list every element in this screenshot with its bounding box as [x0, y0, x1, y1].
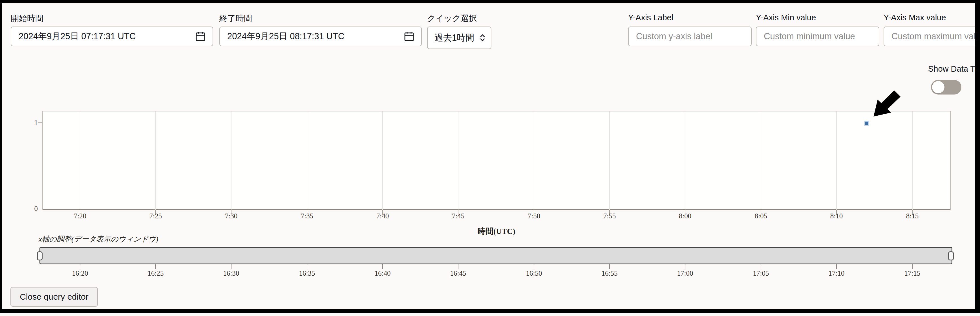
slider-tick — [760, 264, 761, 269]
slider-tick — [307, 264, 307, 269]
gridline — [760, 112, 761, 210]
x-tick-label: 7:30 — [214, 212, 248, 220]
gridline — [609, 112, 610, 210]
start-time-label: 開始時間 — [11, 13, 43, 24]
cursor-arrow-icon — [870, 86, 905, 120]
slider-tick — [458, 264, 458, 269]
screenshot-border — [975, 0, 980, 313]
gridline — [912, 112, 913, 210]
chart-plot-area[interactable] — [42, 111, 951, 210]
quick-select-dropdown[interactable]: 過去1時間 — [427, 27, 492, 49]
gridline — [836, 112, 837, 210]
slider-tick-label: 17:05 — [743, 270, 779, 277]
slider-tick — [534, 264, 534, 269]
y-axis-min-input[interactable] — [756, 27, 879, 46]
gridline — [231, 112, 231, 210]
calendar-icon[interactable] — [403, 30, 415, 43]
y-tick-label: 0 — [21, 205, 38, 213]
slider-tick-label: 16:50 — [515, 270, 552, 277]
x-tick-label: 8:05 — [744, 212, 778, 220]
slider-tick-label: 16:45 — [440, 270, 476, 277]
x-tick-label: 7:20 — [63, 212, 97, 220]
gridline — [155, 112, 156, 210]
x-tick-label: 7:40 — [366, 212, 399, 220]
slider-tick — [836, 264, 837, 269]
slider-tick — [231, 264, 231, 269]
y-tick-label: 1 — [21, 119, 38, 127]
gridline — [80, 112, 80, 210]
slider-tick-label: 17:15 — [894, 270, 931, 277]
quick-select-label: クイック選択 — [427, 13, 477, 24]
x-axis-title: 時間(UTC) — [454, 226, 539, 237]
chevron-up-down-icon — [479, 32, 486, 44]
show-data-table-toggle[interactable] — [931, 80, 961, 94]
start-time-input[interactable] — [11, 27, 213, 46]
show-data-table-label: Show Data Table — [928, 64, 980, 73]
slider-tick — [685, 264, 686, 269]
gridline — [458, 112, 458, 210]
close-query-editor-label: Close query editor — [20, 292, 88, 302]
screenshot-border — [0, 0, 980, 3]
data-point-marker[interactable] — [865, 121, 869, 125]
gridline — [534, 112, 534, 210]
slider-tick-label: 16:25 — [137, 270, 174, 277]
x-axis-adjust-label: x軸の調整(データ表示のウィンドウ) — [39, 234, 158, 244]
x-tick-label: 7:55 — [593, 212, 627, 220]
slider-tick — [155, 264, 156, 269]
gridline — [685, 112, 686, 210]
y-axis-label-label: Y-Axis Label — [628, 13, 673, 22]
end-time-input[interactable] — [220, 27, 422, 46]
slider-tick-label: 16:30 — [213, 270, 250, 277]
slider-tick — [912, 264, 913, 269]
x-tick-label: 8:00 — [668, 212, 702, 220]
slider-tick — [80, 264, 80, 269]
x-tick-label: 7:25 — [139, 212, 173, 220]
x-tick-label: 8:10 — [819, 212, 853, 220]
close-query-editor-button[interactable]: Close query editor — [10, 287, 98, 307]
slider-handle-right[interactable] — [948, 251, 954, 260]
y-axis-max-input[interactable] — [884, 27, 980, 46]
slider-tick-label: 16:20 — [62, 270, 99, 277]
gridline — [307, 112, 307, 210]
x-tick-label: 7:50 — [517, 212, 551, 220]
slider-tick-label: 17:10 — [818, 270, 855, 277]
query-editor-panel: 開始時間 終了時間 クイック選択 過去1時間 Y-Axis Label Y-Ax… — [0, 0, 980, 316]
screenshot-border — [0, 309, 980, 313]
end-time-label: 終了時間 — [220, 13, 252, 24]
gridline — [382, 112, 383, 210]
x-tick-label: 8:15 — [896, 212, 929, 220]
x-tick-label: 7:45 — [441, 212, 475, 220]
toggle-knob — [932, 81, 945, 93]
slider-tick — [609, 264, 610, 269]
x-tick-label: 7:35 — [290, 212, 324, 220]
slider-handle-left[interactable] — [37, 251, 43, 260]
slider-tick-label: 17:00 — [667, 270, 703, 277]
calendar-icon[interactable] — [194, 30, 206, 43]
quick-select-value: 過去1時間 — [434, 32, 474, 44]
slider-tick-label: 16:55 — [591, 270, 628, 277]
y-tick — [38, 210, 42, 210]
y-axis-max-label: Y-Axis Max value — [884, 13, 946, 22]
y-axis-min-label: Y-Axis Min value — [756, 13, 816, 22]
slider-tick-label: 16:35 — [289, 270, 325, 277]
slider-tick-label: 16:40 — [364, 270, 401, 277]
y-axis-label-input[interactable] — [628, 27, 752, 46]
screenshot-border — [0, 0, 2, 313]
y-tick — [38, 123, 42, 123]
slider-tick — [382, 264, 383, 269]
x-axis-range-slider[interactable] — [40, 247, 952, 264]
